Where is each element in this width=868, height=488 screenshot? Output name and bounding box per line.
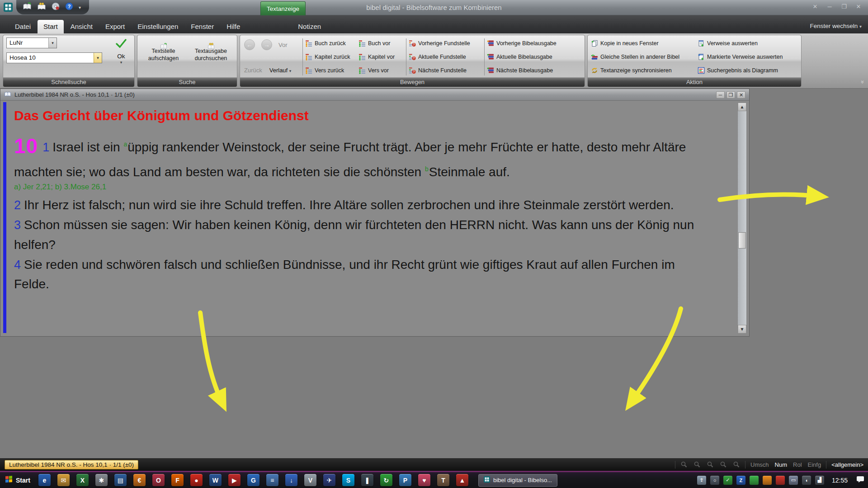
window-control-1-icon[interactable]: ✕ bbox=[811, 3, 819, 10]
kopie-in-neues-fenster-button[interactable]: Kopie in neues Fenster bbox=[591, 39, 698, 47]
forward-button[interactable]: → bbox=[261, 39, 272, 50]
document-title-bar[interactable]: Lutherbibel 1984 NR o.S. - Hos 10,1 · 1/… bbox=[0, 89, 749, 101]
network-icon[interactable]: ▟ bbox=[815, 476, 824, 485]
cd-install-icon[interactable] bbox=[52, 2, 60, 12]
collapse-ribbon-icon[interactable]: « bbox=[859, 80, 865, 84]
start-button[interactable]: Start bbox=[4, 472, 35, 488]
textausgabe-durchsuchen-button[interactable]: Textausgabe durchsuchen bbox=[188, 38, 234, 76]
kapitel-vor-button[interactable]: Kapitel vor bbox=[359, 52, 404, 61]
player-icon[interactable]: ▶ bbox=[228, 474, 241, 486]
nächste-bibelausgabe-button[interactable]: Nächste Bibelausgabe bbox=[487, 66, 571, 75]
tools-icon[interactable]: T bbox=[437, 474, 449, 486]
vertical-scrollbar[interactable]: ▲ ▼ bbox=[737, 102, 747, 334]
zoom-target-icon[interactable] bbox=[693, 461, 701, 468]
word-icon[interactable]: W bbox=[209, 474, 222, 486]
verweise-auswerten-button[interactable]: Verweise auswerten bbox=[698, 39, 798, 47]
tab-start[interactable]: Start bbox=[38, 20, 64, 33]
verlauf-dropdown[interactable]: Verlauf ▾ bbox=[269, 67, 292, 74]
textanzeige-synchronisieren-button[interactable]: Textanzeige synchronisieren bbox=[591, 66, 698, 75]
document-control-3-icon[interactable]: ✕ bbox=[737, 91, 745, 99]
gleiche-stellen-in-anderer-bibel-button[interactable]: Gleiche Stellen in anderer Bibel bbox=[591, 52, 698, 61]
media-red-icon[interactable]: ● bbox=[190, 474, 203, 486]
usb-icon[interactable]: ⇪ bbox=[697, 476, 706, 485]
user-icon[interactable]: P bbox=[399, 474, 411, 486]
display-icon[interactable]: ▭ bbox=[789, 476, 798, 485]
buch-vor-button[interactable]: Buch vor bbox=[359, 39, 404, 47]
zoom-slash-icon[interactable] bbox=[707, 461, 714, 468]
heart-app-icon[interactable]: ♥ bbox=[418, 474, 430, 486]
markierte-verweise-auswerten-button[interactable]: Markierte Verweise auswerten bbox=[698, 52, 798, 61]
help-icon[interactable]: ? bbox=[65, 2, 73, 12]
chevron-down-icon[interactable]: ▾ bbox=[48, 38, 57, 48]
chevron-down-icon[interactable]: ▾ bbox=[94, 53, 102, 63]
settings-gear-icon[interactable]: ✱ bbox=[95, 474, 108, 486]
suchergebnis-als-diagramm-button[interactable]: Suchergebnis als Diagramm bbox=[698, 66, 798, 75]
security-shield-icon[interactable] bbox=[776, 476, 785, 485]
download-icon[interactable]: ↓ bbox=[285, 474, 297, 486]
opera-icon[interactable]: O bbox=[152, 474, 165, 486]
green-status-icon[interactable] bbox=[750, 476, 759, 485]
footnote-marker[interactable]: a bbox=[123, 141, 127, 148]
task-button-bibel-digital[interactable]: bibel digital - Bibelso... bbox=[478, 474, 557, 487]
tab-einstellungen[interactable]: Einstellungen bbox=[132, 20, 184, 33]
scrollbar-thumb[interactable] bbox=[738, 232, 746, 249]
vers-vor-button[interactable]: Vers vor bbox=[359, 66, 404, 75]
magnifier-icon[interactable]: ○ bbox=[710, 476, 719, 485]
volume-icon[interactable]: ◖ bbox=[802, 476, 811, 485]
aktuelle-fundstelle-button[interactable]: ?Aktuelle Fundstelle bbox=[409, 52, 482, 61]
excel-icon[interactable]: X bbox=[76, 474, 89, 486]
tab-notizen[interactable]: Notizen bbox=[292, 20, 327, 33]
zoom-add-icon[interactable] bbox=[680, 461, 688, 468]
buch-zurück-button[interactable]: Buch zurück bbox=[305, 39, 359, 47]
tab-datei[interactable]: Datei bbox=[9, 20, 37, 33]
document-control-2-icon[interactable]: ❐ bbox=[726, 91, 735, 99]
aktuelle-bibelausgabe-button[interactable]: Aktuelle Bibelausgabe bbox=[487, 52, 571, 61]
ok-button[interactable]: Ok ▾ bbox=[111, 38, 131, 76]
skype-icon[interactable]: S bbox=[342, 474, 354, 486]
tab-ansicht[interactable]: Ansicht bbox=[65, 20, 99, 33]
window-control-3-icon[interactable]: ❐ bbox=[840, 3, 848, 10]
window-control-4-icon[interactable]: ✕ bbox=[854, 3, 863, 10]
scroll-down-icon[interactable]: ▼ bbox=[738, 325, 746, 333]
qat-dropdown-icon[interactable]: ▾ bbox=[79, 5, 81, 10]
z-app-icon[interactable]: Z bbox=[736, 476, 745, 485]
email-icon[interactable]: ✉ bbox=[57, 474, 70, 486]
plane-icon[interactable]: ✈ bbox=[323, 474, 335, 486]
shield-red-icon[interactable]: ▲ bbox=[456, 474, 468, 486]
euro-icon[interactable]: € bbox=[133, 474, 146, 486]
app-grid-icon[interactable] bbox=[4, 3, 13, 14]
vw-icon[interactable]: V bbox=[304, 474, 316, 486]
tab-export[interactable]: Export bbox=[99, 20, 131, 33]
zoom-in-icon[interactable] bbox=[733, 461, 740, 468]
search-bible-icon[interactable] bbox=[37, 2, 46, 12]
chat-bubble-icon[interactable] bbox=[856, 476, 864, 485]
window-control-2-icon[interactable]: ─ bbox=[826, 3, 834, 10]
nächste-fundstelle-button[interactable]: ?Nächste Fundstelle bbox=[409, 66, 482, 75]
terminal-icon[interactable]: ▤ bbox=[114, 474, 127, 486]
reference-combobox[interactable]: Hosea 10 ▾ bbox=[6, 52, 102, 63]
footnote-marker[interactable]: b bbox=[425, 165, 429, 173]
tab-hilfe[interactable]: Hilfe bbox=[221, 20, 246, 33]
sync-green-icon[interactable]: ↻ bbox=[380, 474, 392, 486]
ie-browser-icon[interactable]: e bbox=[38, 474, 51, 486]
open-bible-icon[interactable] bbox=[23, 2, 32, 12]
vorherige-bibelausgabe-button[interactable]: Vorherige Bibelausgabe bbox=[487, 39, 571, 47]
textstelle-aufschlagen-button[interactable]: Textstelle aufschlagen bbox=[141, 38, 186, 76]
scroll-up-icon[interactable]: ▲ bbox=[738, 103, 746, 111]
dock-icon[interactable]: ❚ bbox=[361, 474, 373, 486]
kapitel-zurück-button[interactable]: Kapitel zurück bbox=[305, 52, 359, 61]
window-switcher-button[interactable]: Fenster wechseln ▾ bbox=[810, 23, 862, 29]
globe-icon[interactable]: G bbox=[247, 474, 259, 486]
notes-icon[interactable]: ≡ bbox=[266, 474, 278, 486]
contextual-tab-textanzeige[interactable]: Textanzeige bbox=[260, 1, 306, 15]
vers-zurück-button[interactable]: Vers zurück bbox=[305, 66, 359, 75]
document-control-1-icon[interactable]: ─ bbox=[716, 91, 725, 99]
firefox-icon[interactable]: F bbox=[171, 474, 184, 486]
orange-status-icon[interactable] bbox=[763, 476, 772, 485]
antivirus-check-icon[interactable]: ✓ bbox=[723, 476, 732, 485]
search-mode-combobox[interactable]: LuNr ▾ bbox=[6, 38, 57, 48]
vorherige-fundstelle-button[interactable]: ?Vorherige Fundstelle bbox=[409, 39, 482, 47]
back-button[interactable]: ← bbox=[244, 39, 255, 50]
zoom-out-icon[interactable] bbox=[720, 461, 727, 468]
tab-fenster[interactable]: Fenster bbox=[185, 20, 220, 33]
